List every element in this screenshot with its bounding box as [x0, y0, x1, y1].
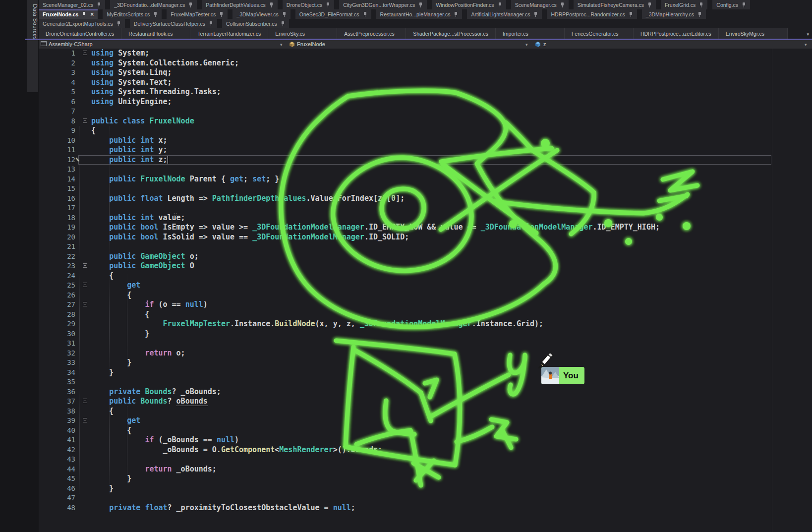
code-line[interactable]: 24 { [0, 271, 812, 281]
file-tab[interactable]: _3DMapHierarchy.cs [642, 9, 706, 19]
code-line[interactable]: 33 } [0, 358, 812, 368]
code-line[interactable]: 35 [0, 377, 812, 387]
file-tab[interactable]: Importer.cs [496, 28, 565, 39]
code-line[interactable]: 15 [0, 184, 812, 194]
tab-overflow-icon[interactable]: ▾ [807, 31, 809, 37]
file-tab[interactable]: ShaderPackage...stProcessor.cs [406, 28, 496, 39]
pin-icon[interactable] [116, 21, 121, 26]
pin-icon[interactable] [697, 11, 702, 17]
code-line[interactable]: 10 public int x; [0, 136, 812, 146]
pin-icon[interactable] [699, 2, 703, 7]
pin-icon[interactable] [269, 2, 274, 7]
code-line[interactable]: 38 { [0, 407, 812, 416]
code-line[interactable]: 13 [0, 165, 812, 175]
code-line[interactable]: 23− public GameObject O [0, 261, 812, 271]
pin-icon[interactable] [82, 11, 86, 17]
file-tab[interactable]: FencesGenerator.cs [565, 28, 634, 39]
chevron-down-icon[interactable]: ▾ [525, 42, 528, 47]
file-tab[interactable]: Generator2ExportMapTools.cs [39, 19, 125, 28]
pin-icon[interactable] [498, 2, 502, 7]
file-tab[interactable]: AssetPreprocessor.cs [337, 28, 406, 39]
close-icon[interactable]: × [90, 11, 94, 17]
code-line[interactable]: 31 [0, 339, 812, 349]
code-line[interactable]: 12 public int z; [0, 155, 812, 165]
code-line[interactable]: 4using System.Text; [0, 78, 812, 88]
code-line[interactable]: 34 } [0, 368, 812, 378]
file-tab[interactable]: PathfinderDepthValues.cs [202, 0, 278, 9]
code-line[interactable]: 45 } [0, 474, 812, 484]
file-tab[interactable]: EnviroSky.cs [268, 28, 337, 39]
breadcrumb-project[interactable]: Assembly-CSharp [49, 41, 93, 47]
code-line[interactable]: 2using System.Collections.Generic; [0, 59, 812, 68]
code-line[interactable]: 8−public class FruxelNode [0, 117, 812, 126]
code-line[interactable]: 46 } [0, 484, 812, 494]
file-tab[interactable]: DeliverySurfaceClassHelper.cs [130, 19, 217, 28]
file-tab[interactable]: WindowPositionFinder.cs [432, 0, 506, 9]
code-line[interactable]: 19 public bool IsEmpty => value >= _3DFo… [0, 223, 812, 233]
pin-icon[interactable] [363, 11, 367, 17]
file-tab[interactable]: _3DMapViewer.cs [232, 9, 290, 19]
code-line[interactable]: 48 private float? _proximityToClosestObs… [0, 503, 812, 513]
pin-icon[interactable] [742, 2, 746, 7]
file-tab[interactable]: HDRPPostproc...Randomizer.cs [547, 9, 637, 19]
code-line[interactable]: 26 { [0, 291, 812, 300]
file-tab[interactable]: CityGen3DGen...torWrapper.cs [339, 0, 427, 9]
fold-collapse-icon[interactable]: − [83, 302, 87, 306]
file-tab[interactable]: TerrainLayerRandomizer.cs [190, 28, 268, 39]
pin-icon[interactable] [326, 2, 330, 7]
file-tab[interactable]: RestaurantHo...pleManager.cs [376, 9, 463, 19]
code-line[interactable]: 5using System.Threading.Tasks; [0, 87, 812, 97]
pin-icon[interactable] [533, 11, 538, 17]
code-line[interactable]: 9{ [0, 126, 812, 136]
pin-icon[interactable] [219, 11, 224, 17]
code-line[interactable]: 16 public float Length => PathfinderDept… [0, 194, 812, 204]
file-tab[interactable]: ArtificialLightsManager.cs [467, 9, 542, 19]
data-sources-tab[interactable]: Data Sources [27, 0, 38, 92]
pin-icon[interactable] [454, 11, 458, 17]
fold-collapse-icon[interactable]: − [83, 263, 87, 268]
code-line[interactable]: 32 return o; [0, 349, 812, 358]
code-line[interactable]: 17 [0, 203, 812, 213]
code-line[interactable]: 7 [0, 107, 812, 117]
file-tab[interactable]: OneSec3D_FileFormat.cs [295, 9, 371, 19]
fold-collapse-icon[interactable]: − [83, 399, 87, 403]
code-line[interactable]: 14 public FruxelNode Parent { get; set; … [0, 175, 812, 184]
pin-icon[interactable] [209, 21, 213, 26]
code-line[interactable]: 20 public bool IsSolid => value == _3DFo… [0, 233, 812, 242]
pin-icon[interactable] [188, 2, 193, 7]
file-tab[interactable]: SceneManager.cs [511, 0, 569, 9]
code-line[interactable]: 6using UnityEngine; [0, 97, 812, 107]
file-tab[interactable]: FruxelGrid.cs [661, 0, 707, 9]
code-editor[interactable]: :: 1−using System;2using System.Collecti… [0, 0, 812, 532]
pin-icon[interactable] [97, 2, 101, 7]
code-line[interactable]: 43 [0, 455, 812, 465]
pin-icon[interactable] [281, 21, 285, 26]
pin-icon[interactable] [153, 11, 158, 17]
code-line[interactable]: 47 [0, 493, 812, 503]
code-line[interactable]: 22 public GameObject o; [0, 252, 812, 262]
code-line[interactable]: 11 public int y; [0, 145, 812, 155]
pin-icon[interactable] [418, 2, 423, 7]
code-line[interactable]: 28 { [0, 310, 812, 320]
file-tab[interactable]: FruxelMapTester.cs [167, 9, 228, 19]
code-line[interactable]: 41 if (_oBounds == null) [0, 435, 812, 445]
pin-icon[interactable] [647, 2, 652, 7]
file-tab[interactable]: CollisionSubscriber.cs [222, 19, 289, 28]
code-line[interactable]: 30 } [0, 329, 812, 339]
file-tab[interactable]: RestaurantHook.cs [121, 28, 190, 39]
code-line[interactable]: 39− get [0, 416, 812, 426]
fold-collapse-icon[interactable]: − [83, 418, 87, 422]
code-line[interactable]: 21 [0, 242, 812, 252]
pin-icon[interactable] [629, 11, 633, 17]
fold-collapse-icon[interactable]: − [83, 118, 87, 123]
code-line[interactable]: 18 public int value; [0, 213, 812, 223]
code-line[interactable]: 3using System.Linq; [0, 68, 812, 78]
file-tab[interactable]: Config.cs [712, 0, 750, 9]
code-line[interactable]: 36 private Bounds? _oBounds; [0, 387, 812, 397]
fold-collapse-icon[interactable]: − [83, 51, 87, 55]
fold-collapse-icon[interactable]: − [83, 283, 87, 287]
chevron-down-icon[interactable]: ▾ [280, 42, 283, 47]
file-tab[interactable]: HDRPPostproce...izerEditor.cs [634, 28, 719, 39]
file-tab[interactable]: DroneObject.cs [283, 0, 334, 9]
code-line[interactable]: 42 _oBounds = O.GetComponent<MeshRendere… [0, 445, 812, 455]
